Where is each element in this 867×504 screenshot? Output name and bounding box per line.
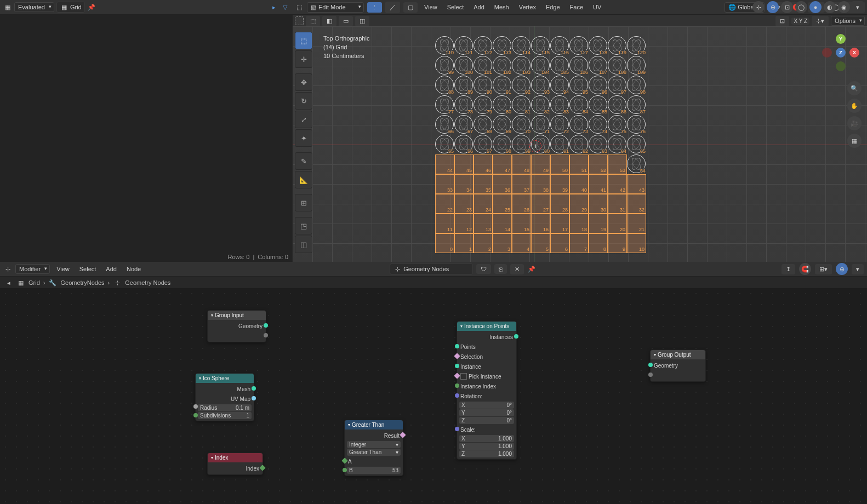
filter-toggle-icon[interactable]: ▸ bbox=[270, 3, 278, 12]
node-header[interactable]: Group Input bbox=[208, 311, 266, 320]
annotate-tool-icon[interactable]: ✎ bbox=[295, 152, 312, 170]
options-dropdown[interactable]: Options bbox=[831, 16, 865, 26]
cursor-tool-icon[interactable]: ✛ bbox=[295, 50, 312, 68]
camera-view-icon[interactable]: 🎥 bbox=[847, 116, 862, 130]
solid-shade-icon[interactable]: ● bbox=[809, 1, 822, 13]
rotate-tool-icon[interactable]: ↻ bbox=[295, 92, 312, 110]
extrude-tool-icon[interactable]: ◳ bbox=[295, 217, 312, 234]
node-header[interactable]: Ico Sphere bbox=[196, 374, 254, 383]
pin-icon[interactable]: 📌 bbox=[87, 3, 96, 12]
vertex-select-icon[interactable]: ⋮ bbox=[367, 2, 382, 13]
measure-tool-icon[interactable]: 📐 bbox=[295, 171, 312, 188]
ne-menu-node[interactable]: Node bbox=[123, 266, 144, 272]
scale-x-field[interactable]: X1.000 bbox=[459, 435, 514, 442]
socket-in[interactable] bbox=[343, 468, 347, 472]
select-box-icon[interactable] bbox=[295, 16, 304, 25]
node-group-output[interactable]: Group Output Geometry bbox=[650, 350, 706, 382]
back-icon[interactable]: ◂ bbox=[4, 278, 13, 287]
socket-out[interactable] bbox=[264, 333, 268, 337]
menu-mesh[interactable]: Mesh bbox=[491, 4, 512, 10]
socket-in[interactable] bbox=[454, 373, 460, 379]
pinned-object[interactable]: ▦Grid bbox=[56, 2, 85, 13]
duplicate-icon[interactable]: ⎘ bbox=[494, 264, 507, 274]
gizmo-neg-x-icon[interactable] bbox=[822, 48, 832, 58]
zoom-icon[interactable]: 🔍 bbox=[847, 81, 862, 95]
node-index[interactable]: Index Index bbox=[207, 453, 263, 475]
node-instance-on-points[interactable]: Instance on Points Instances Points Sele… bbox=[457, 321, 517, 460]
socket-in[interactable] bbox=[455, 383, 459, 388]
select-invert-icon[interactable]: ◧ bbox=[322, 16, 336, 26]
gizmo-z-icon[interactable]: Z bbox=[836, 48, 846, 58]
rot-x-field[interactable]: X0° bbox=[459, 402, 514, 409]
edge-select-icon[interactable]: ／ bbox=[385, 2, 400, 13]
xyz-badge[interactable]: X Y Z bbox=[791, 18, 809, 25]
inset-tool-icon[interactable]: ◫ bbox=[295, 236, 312, 253]
type-dropdown[interactable]: Integer▾ bbox=[347, 441, 401, 448]
matprev-shade-icon[interactable]: ◐ bbox=[824, 1, 836, 13]
socket-out[interactable] bbox=[259, 465, 265, 471]
socket-in[interactable] bbox=[455, 364, 459, 368]
socket-in[interactable] bbox=[193, 404, 198, 409]
rot-z-field[interactable]: Z0° bbox=[459, 417, 514, 424]
snap-type-icon[interactable]: ⊞▾ bbox=[815, 264, 832, 274]
fake-user-icon[interactable]: 🛡 bbox=[476, 264, 491, 274]
socket-in[interactable] bbox=[454, 353, 460, 359]
filter-icon[interactable]: ▽ bbox=[281, 3, 289, 12]
subdivisions-field[interactable]: Subdivisions1 bbox=[198, 412, 252, 419]
socket-out[interactable] bbox=[264, 323, 268, 328]
overlay-toggle-icon[interactable]: ⊕ bbox=[767, 1, 779, 13]
op-dropdown[interactable]: Greater Than▾ bbox=[347, 449, 401, 456]
mirror-opts-icon[interactable]: ⊹▾ bbox=[812, 16, 829, 26]
node-group-input[interactable]: Group Input Geometry bbox=[207, 310, 266, 342]
pin-icon[interactable]: 📌 bbox=[527, 265, 536, 273]
socket-in[interactable] bbox=[455, 344, 459, 348]
pan-icon[interactable]: ✋ bbox=[847, 99, 862, 113]
node-header[interactable]: Index bbox=[208, 453, 263, 462]
socket-in[interactable] bbox=[193, 413, 198, 417]
node-header[interactable]: Instance on Points bbox=[457, 322, 516, 331]
menu-view[interactable]: View bbox=[421, 4, 441, 10]
select-none-icon[interactable]: ▭ bbox=[339, 16, 353, 26]
mode-dropdown[interactable]: ▧Edit Mode bbox=[307, 2, 364, 13]
menu-add[interactable]: Add bbox=[470, 4, 488, 10]
socket-out[interactable] bbox=[252, 396, 256, 400]
scale-tool-icon[interactable]: ⤢ bbox=[295, 111, 312, 128]
eval-mode-dropdown[interactable]: Evaluated bbox=[14, 2, 54, 12]
socket-out[interactable] bbox=[400, 432, 406, 438]
menu-uv[interactable]: UV bbox=[590, 4, 604, 10]
socket-in[interactable] bbox=[648, 363, 653, 367]
wireframe-shade-icon[interactable]: ◯ bbox=[795, 1, 807, 13]
breadcrumb-item[interactable]: Geometry Nodes bbox=[125, 279, 170, 286]
snap-icon[interactable]: 🧲 bbox=[799, 263, 811, 275]
menu-face[interactable]: Face bbox=[567, 4, 586, 10]
nodetree-selector[interactable]: ⊹Geometry Nodes bbox=[390, 264, 473, 274]
scale-y-field[interactable]: Y1.000 bbox=[459, 443, 514, 450]
ne-menu-view[interactable]: View bbox=[53, 266, 73, 272]
socket-in[interactable] bbox=[455, 427, 459, 431]
render-shade-icon[interactable]: ◉ bbox=[838, 1, 850, 13]
select-tool-icon[interactable]: ⬚ bbox=[295, 32, 312, 49]
gizmo-x-icon[interactable]: X bbox=[849, 48, 859, 58]
socket-in[interactable] bbox=[455, 393, 459, 398]
gizmo-neg-y-icon[interactable] bbox=[836, 61, 846, 71]
nav-gizmo[interactable]: Y Z X bbox=[822, 34, 859, 71]
parent-tree-icon[interactable]: ↥ bbox=[782, 264, 795, 274]
mesh-sel-mode-icon[interactable]: ⊡ bbox=[775, 16, 789, 26]
transform-tool-icon[interactable]: ✦ bbox=[295, 129, 312, 147]
select-all-icon[interactable]: ⬚ bbox=[306, 16, 320, 26]
breadcrumb-item[interactable]: GeometryNodes bbox=[60, 279, 104, 286]
menu-vertex[interactable]: Vertex bbox=[516, 4, 539, 10]
unlink-icon[interactable]: ✕ bbox=[510, 264, 524, 274]
node-ico-sphere[interactable]: Ico Sphere Mesh UV Map Radius0.1 m Subdi… bbox=[195, 373, 254, 421]
menu-select[interactable]: Select bbox=[444, 4, 467, 10]
menu-edge[interactable]: Edge bbox=[543, 4, 563, 10]
move-tool-icon[interactable]: ✥ bbox=[295, 73, 312, 91]
select-intersect-icon[interactable]: ◫ bbox=[355, 16, 369, 26]
socket-in[interactable] bbox=[341, 457, 347, 463]
gizmo-y-icon[interactable]: Y bbox=[836, 34, 846, 44]
editor-type-icon[interactable]: ⊹ bbox=[3, 265, 12, 273]
ne-mode-dropdown[interactable]: Modifier bbox=[15, 264, 50, 274]
node-header[interactable]: Group Output bbox=[651, 350, 705, 359]
shading-opts-icon[interactable]: ▾ bbox=[852, 1, 864, 13]
socket-out[interactable] bbox=[514, 334, 518, 339]
